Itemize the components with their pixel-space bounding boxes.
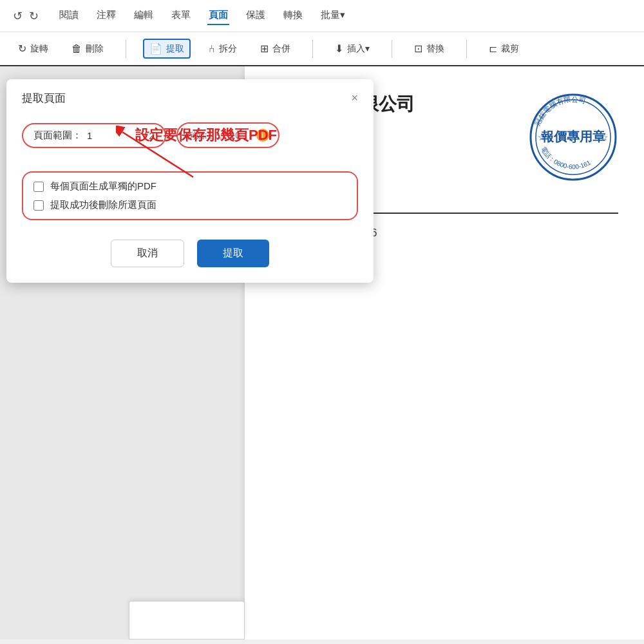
merge-label: 合併 — [272, 43, 290, 55]
checkbox-section: 每個頁面生成單獨的PDF 提取成功後刪除所選頁面 — [22, 171, 358, 220]
crop-button[interactable]: ⊏ 裁剪 — [484, 40, 524, 57]
tab-protect[interactable]: 保護 — [245, 6, 267, 25]
extract-dialog: 提取頁面 × 頁面範圍： / 2 i — [6, 79, 374, 283]
replace-button[interactable]: ⊡ 替換 — [409, 40, 450, 57]
split-label: 拆分 — [219, 43, 237, 55]
main-content: 冠鋐電腦有限公司 聯絡人：Rock ☆ ☆ 冠鋐電腦有限公司 報價專用章 — [0, 66, 644, 639]
replace-label: 替換 — [426, 43, 444, 55]
merge-icon: ⊞ — [260, 43, 269, 55]
tab-read[interactable]: 閱讀 — [58, 6, 80, 25]
extract-button[interactable]: 提取 — [197, 240, 269, 267]
replace-icon: ⊡ — [414, 43, 422, 55]
page-range-label: 頁面範圍： — [33, 129, 82, 142]
insert-button[interactable]: ⬇ 插入▾ — [330, 40, 375, 57]
cancel-button[interactable]: 取消 — [111, 240, 184, 267]
insert-label: 插入▾ — [347, 43, 370, 55]
dialog-overlay: 提取頁面 × 頁面範圍： / 2 i — [0, 66, 644, 639]
undo-button[interactable]: ↺ — [13, 9, 23, 23]
delete-button[interactable]: 🗑 刪除 — [66, 41, 109, 57]
dialog-close-button[interactable]: × — [351, 91, 358, 105]
page-example-box: i — [176, 122, 279, 148]
rotate-label: 旋轉 — [30, 43, 48, 55]
page-range-box: 頁面範圍： / 2 — [22, 123, 166, 148]
redo-button[interactable]: ↻ — [29, 9, 39, 23]
dialog-header: 提取頁面 × — [6, 79, 374, 116]
page-example-input[interactable] — [187, 130, 251, 140]
nav-tab-group: 閱讀 注釋 編輯 表單 頁面 保護 轉換 批量▾ — [58, 6, 346, 25]
undo-redo-group: ↺ ↻ — [13, 9, 39, 23]
checkbox-row-1: 每個頁面生成單獨的PDF — [33, 180, 346, 193]
delete-icon: 🗑 — [71, 43, 82, 55]
page-range-total: / 2 — [144, 130, 155, 141]
extract-toolbar-button[interactable]: 📄 提取 — [143, 39, 191, 59]
tab-edit[interactable]: 編輯 — [133, 6, 155, 25]
separator-1 — [126, 40, 126, 58]
page-range-row: 頁面範圍： / 2 i — [22, 122, 358, 148]
extract-toolbar-label: 提取 — [166, 43, 184, 55]
separator-3 — [392, 40, 392, 58]
dialog-buttons: 取消 提取 — [6, 233, 374, 283]
checkbox-delete-after-label[interactable]: 提取成功後刪除所選頁面 — [50, 199, 156, 211]
tool-bar: ↻ 旋轉 🗑 刪除 📄 提取 ⑃ 拆分 ⊞ 合併 ⬇ 插入▾ ⊡ 替換 ⊏ 裁剪 — [0, 32, 644, 66]
split-icon: ⑃ — [209, 43, 215, 55]
page-range-section: 頁面範圍： / 2 i — [6, 116, 374, 171]
extract-toolbar-icon: 📄 — [149, 43, 162, 55]
delete-label: 刪除 — [86, 43, 104, 55]
tab-annotate[interactable]: 注釋 — [95, 6, 117, 25]
dialog-title: 提取頁面 — [22, 91, 66, 106]
info-icon[interactable]: i — [256, 129, 269, 142]
merge-button[interactable]: ⊞ 合併 — [255, 40, 296, 57]
rotate-button[interactable]: ↻ 旋轉 — [13, 40, 53, 57]
tab-page[interactable]: 頁面 — [207, 6, 229, 25]
insert-icon: ⬇ — [335, 43, 343, 55]
tab-convert[interactable]: 轉換 — [282, 6, 304, 25]
crop-label: 裁剪 — [501, 43, 519, 55]
checkbox-delete-after[interactable] — [33, 200, 44, 211]
page-range-input[interactable] — [87, 130, 138, 141]
checkbox-row-2: 提取成功後刪除所選頁面 — [33, 199, 346, 211]
checkbox-single-pdf-label[interactable]: 每個頁面生成單獨的PDF — [50, 180, 156, 193]
checkbox-single-pdf[interactable] — [33, 182, 44, 192]
crop-icon: ⊏ — [489, 43, 497, 55]
separator-2 — [312, 40, 313, 58]
split-button[interactable]: ⑃ 拆分 — [204, 41, 242, 57]
separator-4 — [466, 40, 467, 58]
rotate-icon: ↻ — [18, 43, 26, 55]
tab-form[interactable]: 表單 — [170, 6, 192, 25]
tab-batch[interactable]: 批量▾ — [319, 6, 346, 25]
top-nav-bar: ↺ ↻ 閱讀 注釋 編輯 表單 頁面 保護 轉換 批量▾ — [0, 0, 644, 32]
